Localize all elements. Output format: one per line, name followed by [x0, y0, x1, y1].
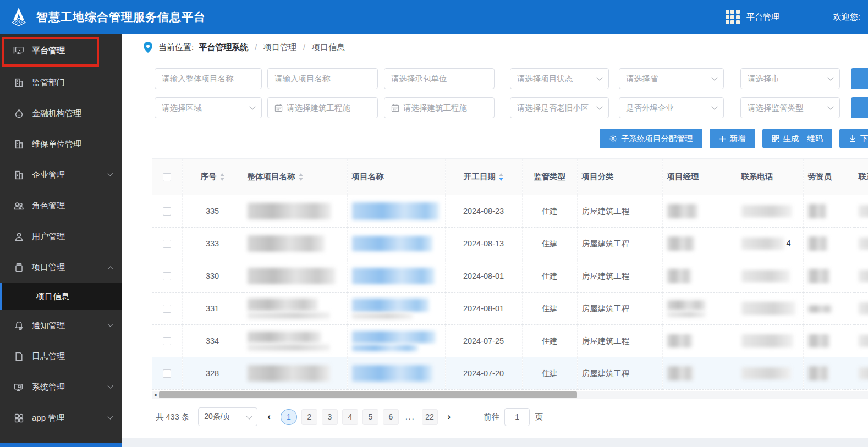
nav-platform-label[interactable]: 平台管理 [746, 12, 779, 23]
row-checkbox[interactable] [163, 240, 171, 248]
table-row[interactable]: 335 2024-08-23 住建 房屋建筑工程 [152, 195, 868, 228]
more-pages-button[interactable]: ... [403, 412, 417, 421]
next-page-button[interactable]: › [442, 411, 457, 422]
region-select[interactable]: 请选择区域 [155, 97, 262, 118]
row-checkbox[interactable] [163, 207, 171, 216]
chevron-down-icon [249, 103, 255, 109]
construction-date-start-picker[interactable]: 请选择建筑工程施 [267, 97, 378, 118]
select-all-checkbox[interactable] [163, 173, 171, 181]
sidebar-item-system-management[interactable]: 系统管理 [0, 372, 122, 402]
redacted-phone [741, 270, 790, 282]
sidebar-item-supervision-dept[interactable]: 监管部门 [0, 67, 122, 98]
column-header-start-date[interactable]: 开工日期 [445, 159, 522, 195]
app-title: 智慧工地综合管理服务信息平台 [36, 9, 206, 25]
sidebar-item-notification-management[interactable]: 通知管理 [0, 310, 122, 341]
redacted-overall-name [248, 235, 325, 252]
table-row[interactable]: 330 2024-08-01 住建 房屋建筑工程 [152, 260, 868, 293]
page-size-select[interactable]: 20条/页 [198, 407, 257, 426]
sidebar-item-project-management[interactable]: 项目管理 [0, 252, 122, 283]
column-header-labor-phone: 联系电话 [854, 159, 868, 195]
project-status-select[interactable]: 请选择项目状态 [510, 68, 609, 89]
column-header-seq[interactable]: 序号 [182, 159, 243, 195]
page-button-2[interactable]: 2 [301, 409, 317, 425]
page-button-3[interactable]: 3 [322, 409, 338, 425]
sort-icons[interactable] [220, 173, 224, 181]
supervision-type-select[interactable]: 请选择监管类型 [740, 97, 840, 118]
sidebar-item-user-management[interactable]: 用户管理 [0, 221, 122, 252]
sort-icons[interactable] [299, 173, 303, 181]
prev-page-button[interactable]: ‹ [262, 411, 276, 422]
table-row[interactable]: 331 2024-08-01 住建 房屋建筑工程 [152, 293, 868, 325]
sidebar-item-platform-management[interactable]: 平台管理 [0, 34, 122, 67]
page-button-6[interactable]: 6 [383, 409, 399, 425]
redacted-phone [741, 302, 795, 315]
row-checkbox[interactable] [163, 305, 171, 313]
search-button-partial[interactable] [851, 68, 868, 89]
project-name-link[interactable] [352, 268, 435, 284]
row-checkbox[interactable] [163, 337, 171, 345]
chevron-down-icon [108, 321, 113, 327]
subsystem-assign-button[interactable]: 子系统项目分配管理 [600, 129, 702, 148]
old-community-select[interactable]: 请选择是否老旧小区 [510, 97, 609, 118]
project-name-link[interactable] [352, 299, 429, 319]
column-header-manager: 项目经理 [662, 159, 737, 195]
add-button[interactable]: 新增 [710, 129, 755, 148]
contractor-select[interactable]: 请选择承包单位 [384, 68, 495, 89]
foreign-enterprise-select[interactable]: 是否外埠企业 [619, 97, 724, 118]
horizontal-scrollbar[interactable]: ◂ [152, 391, 868, 399]
cell-seq: 335 [182, 195, 243, 228]
breadcrumb-separator: / [253, 43, 259, 52]
overall-project-name-input[interactable]: 请输入整体项目名称 [155, 68, 262, 89]
project-name-input[interactable]: 请输入项目名称 [267, 68, 378, 89]
column-header-labor-officer: 劳资员 [803, 159, 854, 195]
company-logo-icon [8, 6, 30, 28]
project-name-link[interactable] [352, 236, 432, 251]
breadcrumb-root[interactable]: 平台管理系统 [199, 42, 248, 53]
welcome-text: 欢迎您: [833, 12, 860, 23]
apps-grid-icon[interactable] [726, 10, 740, 24]
row-checkbox[interactable] [163, 369, 171, 378]
sidebar-subitem-project-info[interactable]: 项目信息 [0, 283, 122, 310]
scrollbar-thumb[interactable] [159, 391, 577, 398]
column-header-overall-name[interactable]: 整体项目名称 [243, 159, 347, 195]
sidebar-item-financial-institutions[interactable]: 金融机构管理 [0, 98, 122, 129]
project-name-link[interactable] [352, 331, 436, 351]
sidebar-item-app-management[interactable]: app 管理 [0, 402, 122, 433]
sidebar-item-log-management[interactable]: 日志管理 [0, 341, 122, 372]
generate-qrcode-button[interactable]: 生成二维码 [762, 129, 833, 148]
chevron-down-icon [108, 413, 113, 419]
page-button-1[interactable]: 1 [281, 409, 297, 425]
page-button-5[interactable]: 5 [362, 409, 378, 425]
button-label: 下载 [860, 134, 868, 144]
page-button-4[interactable]: 4 [342, 409, 358, 425]
sort-icons-active[interactable] [499, 173, 503, 181]
table-row[interactable]: 333 2024-08-13 住建 房屋建筑工程 4 [152, 228, 868, 260]
table-row[interactable]: 334 2024-07-25 住建 房屋建筑工程 [152, 325, 868, 357]
project-name-link[interactable] [352, 202, 439, 220]
column-label: 项目经理 [667, 172, 699, 181]
page-button-22[interactable]: 22 [422, 409, 438, 425]
goto-page-input[interactable] [504, 408, 530, 426]
city-select[interactable]: 请选择市 [740, 68, 840, 89]
row-checkbox[interactable] [163, 272, 171, 280]
redacted-manager [667, 236, 695, 251]
cell-seq: 331 [182, 293, 243, 325]
moneybag-icon [13, 108, 24, 119]
breadcrumb-item-project-management[interactable]: 项目管理 [263, 42, 296, 53]
construction-date-end-picker[interactable]: 请选择建筑工程施 [384, 97, 495, 118]
sidebar-item-maintenance-units[interactable]: 维保单位管理 [0, 129, 122, 159]
sidebar-item-enterprise-management[interactable]: 企业管理 [0, 159, 122, 190]
sidebar-item-role-management[interactable]: 角色管理 [0, 190, 122, 221]
project-name-link[interactable] [352, 365, 432, 382]
sidebar: 平台管理 监管部门 金融机构管理 维保单位管理 [0, 34, 122, 447]
sidebar-item-label: app 管理 [32, 413, 64, 423]
column-label: 联系电话 [859, 172, 868, 181]
breadcrumb-separator: / [301, 43, 307, 52]
cell-start-date: 2024-08-13 [445, 228, 522, 260]
cell-supervision: 住建 [522, 325, 577, 357]
table-row-hovered[interactable]: 328 2024-07-20 住建 房屋建筑工程 [152, 357, 868, 390]
scroll-left-arrow-icon[interactable]: ◂ [152, 391, 158, 399]
province-select[interactable]: 请选择省 [619, 68, 724, 89]
download-button[interactable]: 下载 [839, 129, 868, 148]
reset-button-partial[interactable] [851, 97, 868, 118]
